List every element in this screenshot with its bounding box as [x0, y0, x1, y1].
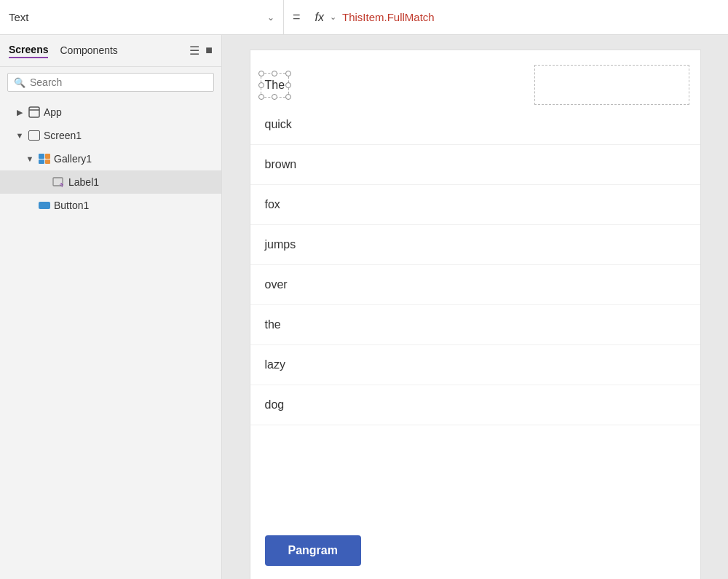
- app-expand-arrow: ▶: [15, 108, 25, 117]
- gallery1-label: Gallery1: [54, 153, 92, 165]
- handle-bl[interactable]: [258, 94, 264, 100]
- formula-text[interactable]: ThisItem.FullMatch: [342, 11, 435, 23]
- top-bar: Text ⌄ = fx ⌄ ThisItem.FullMatch: [0, 0, 728, 35]
- grid-view-icon[interactable]: ■: [205, 44, 213, 58]
- search-icon: 🔍: [14, 77, 25, 88]
- gallery-item-1[interactable]: quick: [250, 105, 700, 145]
- canvas-area: The quick: [222, 35, 728, 579]
- gallery-item-3-text: fox: [265, 198, 280, 211]
- screen1-expand-arrow: ▼: [15, 131, 25, 140]
- formula-bar: fx ⌄ ThisItem.FullMatch: [309, 11, 728, 24]
- handle-bm[interactable]: [272, 94, 277, 100]
- property-select-value: Text: [9, 11, 261, 23]
- gallery-item-4-text: jumps: [265, 238, 296, 251]
- screen-icon: [28, 129, 41, 142]
- app-icon: [28, 106, 41, 119]
- sidebar-tabs: Screens Components ☰ ■: [0, 35, 221, 67]
- gallery-item-5[interactable]: over: [250, 265, 700, 305]
- property-dropdown[interactable]: Text ⌄: [0, 0, 284, 34]
- property-chevron-icon: ⌄: [267, 12, 274, 23]
- gallery-item-1-text: quick: [265, 118, 292, 131]
- pangram-button[interactable]: Pangram: [265, 535, 361, 566]
- gallery-item-3[interactable]: fox: [250, 185, 700, 225]
- equals-sign: =: [284, 9, 309, 25]
- gallery-item-6[interactable]: the: [250, 305, 700, 345]
- gallery-item-7-text: lazy: [265, 358, 285, 371]
- handle-tr[interactable]: [285, 71, 291, 76]
- gallery-first-item[interactable]: The: [250, 65, 700, 105]
- tree-area: ▶ App ▼ Screen1 ▼: [0, 98, 221, 579]
- gallery-item-5-text: over: [265, 278, 288, 291]
- gallery-item-2-text: brown: [265, 158, 297, 171]
- search-bar: 🔍: [7, 73, 214, 92]
- gallery-item-6-text: the: [265, 318, 281, 331]
- gallery1-expand-arrow: ▼: [25, 154, 35, 163]
- label-selected-wrapper: The: [265, 79, 285, 92]
- gallery-item-0-text: The: [265, 79, 285, 91]
- gallery-icon: [38, 152, 51, 165]
- gallery-item-2[interactable]: brown: [250, 145, 700, 185]
- tree-item-screen1[interactable]: ▼ Screen1: [0, 124, 221, 147]
- label1-label: Label1: [68, 176, 99, 188]
- main-area: Screens Components ☰ ■ 🔍 ▶ App ▼: [0, 35, 728, 579]
- svg-rect-2: [53, 178, 63, 186]
- handle-br[interactable]: [285, 94, 291, 100]
- svg-rect-4: [39, 202, 50, 209]
- gallery-item-8[interactable]: dog: [250, 385, 700, 425]
- handle-tm[interactable]: [272, 71, 277, 76]
- tree-item-button1[interactable]: Button1: [0, 194, 221, 217]
- gallery-item-4[interactable]: jumps: [250, 225, 700, 265]
- tree-item-app[interactable]: ▶ App: [0, 101, 221, 124]
- tab-screens[interactable]: Screens: [9, 44, 48, 58]
- canvas-frame: The quick: [250, 50, 701, 579]
- fx-icon: fx: [315, 11, 324, 24]
- button-icon: [38, 199, 51, 212]
- search-input[interactable]: [30, 76, 207, 88]
- sidebar-tab-icons: ☰ ■: [189, 44, 213, 58]
- tree-item-gallery1[interactable]: ▼ Gallery1: [0, 147, 221, 170]
- svg-rect-0: [29, 107, 39, 117]
- handle-tl[interactable]: [258, 71, 264, 76]
- list-view-icon[interactable]: ☰: [189, 44, 199, 58]
- gallery-item-8-text: dog: [265, 398, 285, 411]
- tab-components[interactable]: Components: [60, 44, 117, 58]
- handle-mr[interactable]: [285, 82, 291, 88]
- label-icon: [52, 176, 66, 189]
- fx-chevron-icon: ⌄: [330, 12, 336, 22]
- screen1-label: Screen1: [44, 130, 82, 141]
- tree-item-label1[interactable]: Label1: [0, 170, 221, 194]
- sidebar: Screens Components ☰ ■ 🔍 ▶ App ▼: [0, 35, 222, 579]
- button1-label: Button1: [54, 200, 89, 211]
- gallery-item-7[interactable]: lazy: [250, 345, 700, 385]
- app-label: App: [44, 106, 62, 118]
- handle-ml[interactable]: [258, 82, 264, 88]
